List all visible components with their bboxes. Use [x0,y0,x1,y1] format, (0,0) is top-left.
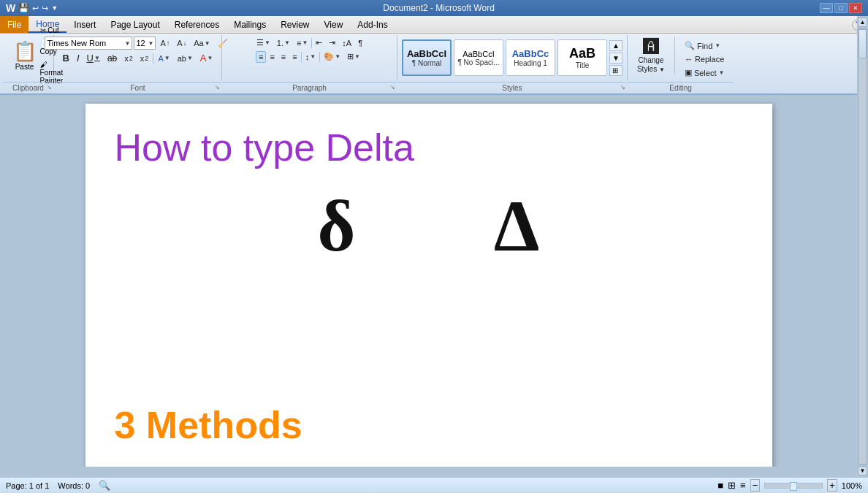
paste-button[interactable]: 📋 Paste ✂ Cut 📄 Copy 🖌 Format Painter [12,37,45,74]
superscript-button[interactable]: x2 [137,53,152,64]
insert-menu-item[interactable]: Insert [66,16,103,33]
proofing-icon[interactable]: 🔍 [99,480,110,491]
select-button[interactable]: ▣ Select ▼ [679,66,730,79]
editing-label: Editing [628,82,734,92]
align-center-button[interactable]: ≡ [267,51,277,63]
increase-font-size-button[interactable]: A↑ [157,37,172,49]
scroll-down-button[interactable]: ▼ [858,466,867,475]
font-expand-icon[interactable]: ↘ [215,84,220,91]
change-styles-label: ChangeStyles ▼ [637,56,665,74]
ribbon-container: 📋 Paste ✂ Cut 📄 Copy 🖌 Format Painter Cl… [0,34,868,95]
redo-icon[interactable]: ↪ [42,4,48,13]
italic-button[interactable]: I [74,51,83,65]
cut-button[interactable]: ✂ Cut [38,25,66,36]
main-ribbon: 📋 Paste ✂ Cut 📄 Copy 🖌 Format Painter Cl… [0,34,868,93]
justify-button[interactable]: ≡ [289,51,300,63]
save-icon[interactable]: 💾 [18,3,29,13]
decrease-font-size-button[interactable]: A↓ [174,37,189,49]
numbering-button[interactable]: 1.▼ [274,37,293,49]
document-heading: How to type Delta [115,126,743,169]
word-count: Words: 0 [58,481,90,490]
page-layout-menu-item[interactable]: Page Layout [103,16,167,33]
delta-lowercase: δ [317,186,377,267]
references-menu-item[interactable]: References [167,16,226,33]
paragraph-expand-icon[interactable]: ↘ [390,84,395,91]
styles-group: AaBbCcI ¶ Normal AaBbCcI ¶ No Spaci... A… [397,35,628,80]
highlight-button[interactable]: ab▼ [175,53,196,64]
window-controls: — □ ✕ [820,3,862,13]
style-heading1-button[interactable]: AaBbCc Heading 1 [506,39,555,76]
font-color-button[interactable]: A▼ [197,51,216,65]
styles-scroll-down[interactable]: ▼ [609,53,623,64]
view-fullscreen-icon[interactable]: ⊞ [728,480,736,491]
find-arrow: ▼ [715,42,720,49]
window-title: Document2 - Microsoft Word [383,3,495,13]
style-title-button[interactable]: AaB Title [557,39,607,76]
page-info: Page: 1 of 1 [6,481,49,490]
shading-button[interactable]: 🎨▼ [321,50,343,63]
addins-menu-item[interactable]: Add-Ins [350,16,395,33]
paragraph-group: ☰▼ 1.▼ ≡▼ ⇤ ⇥ ↕A ¶ ≡ ≡ ≡ ≡ ↕▼ [222,35,397,80]
multilevel-list-button[interactable]: ≡▼ [294,37,311,49]
status-right: ■ ⊞ ≡ − + 100% [717,479,862,492]
find-icon: 🔍 [685,41,695,50]
font-group: Times New Rom ▼ 12 ▼ A↑ A↓ Aa▼ 🧹 B I U▼ [54,35,222,80]
borders-button[interactable]: ⊞▼ [344,50,363,63]
title-bar: W 💾 ↩ ↪ ▼ Document2 - Microsoft Word — □… [0,0,868,16]
view-menu-item[interactable]: View [317,16,351,33]
style-nospacing-button[interactable]: AaBbCcI ¶ No Spaci... [454,39,503,76]
sort-button[interactable]: ↕A [339,37,354,49]
paste-icon: 📋 [13,40,37,63]
increase-indent-button[interactable]: ⇥ [326,37,338,49]
document-page[interactable]: How to type Delta δ Δ 3 Methods [85,104,772,467]
status-left: Page: 1 of 1 Words: 0 🔍 [6,480,110,491]
bold-button[interactable]: B [60,51,72,65]
paragraph-label: Paragraph [222,82,397,92]
status-bar: Page: 1 of 1 Words: 0 🔍 ■ ⊞ ≡ − + 100% [0,477,868,493]
close-button[interactable]: ✕ [849,3,862,13]
delta-uppercase: Δ [494,186,562,267]
app-window: W 💾 ↩ ↪ ▼ Document2 - Microsoft Word — □… [0,0,868,493]
text-effects-button[interactable]: A▼ [155,53,172,64]
clipboard-label: Clipboard [3,82,53,92]
minimize-button[interactable]: — [820,3,833,13]
scroll-thumb[interactable] [859,29,867,58]
font-name-selector[interactable]: Times New Rom ▼ [45,37,132,50]
style-normal-button[interactable]: AaBbCcI ¶ Normal [402,39,452,76]
change-styles-and-editing-group: 🅰 ChangeStyles ▼ 🔍 Find ▼ ↔ Replace [628,35,734,80]
mailings-menu-item[interactable]: Mailings [226,16,273,33]
view-web-icon[interactable]: ≡ [740,480,746,491]
scroll-up-button[interactable]: ▲ [858,18,867,27]
zoom-plus-button[interactable]: + [827,479,837,492]
review-menu-item[interactable]: Review [273,16,316,33]
zoom-minus-button[interactable]: − [750,479,761,492]
view-normal-icon[interactable]: ■ [717,480,723,491]
line-spacing-button[interactable]: ↕▼ [302,51,319,63]
styles-scroll-up[interactable]: ▲ [609,40,623,51]
font-size-selector[interactable]: 12 ▼ [134,37,156,50]
styles-more[interactable]: ⊞ [609,65,623,76]
quick-access-more[interactable]: ▼ [51,4,58,12]
change-styles-button[interactable]: 🅰 ChangeStyles ▼ [632,37,670,74]
maximize-button[interactable]: □ [834,3,848,13]
undo-icon[interactable]: ↩ [32,4,39,13]
zoom-slider[interactable] [764,483,823,489]
bullets-button[interactable]: ☰▼ [254,37,273,49]
scroll-track[interactable] [858,28,867,465]
clipboard-expand-icon[interactable]: ↘ [47,84,52,91]
find-button[interactable]: 🔍 Find ▼ [679,39,730,52]
align-right-button[interactable]: ≡ [278,51,289,63]
menu-bar: File Home Insert Page Layout References … [0,16,868,34]
replace-button[interactable]: ↔ Replace [679,53,730,65]
file-menu-item[interactable]: File [0,16,28,33]
change-case-button[interactable]: Aa▼ [191,37,213,49]
show-formatting-button[interactable]: ¶ [355,37,365,49]
underline-button[interactable]: U▼ [84,51,103,65]
styles-expand-icon[interactable]: ↘ [620,84,625,91]
subscript-button[interactable]: x2 [121,53,136,64]
strikethrough-button[interactable]: ab [104,52,120,65]
decrease-indent-button[interactable]: ⇤ [313,37,325,49]
methods-text: 3 Methods [115,403,302,447]
align-left-button[interactable]: ≡ [256,51,266,63]
font-label: Font [54,82,221,92]
